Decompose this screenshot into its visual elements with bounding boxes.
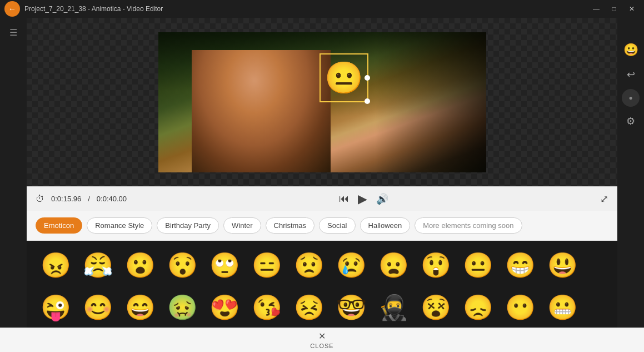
emoji-item[interactable]: 😣 (289, 287, 329, 328)
tab-birthday[interactable]: Birthday Party (157, 217, 219, 234)
emoji-item[interactable]: 😟 (289, 245, 329, 285)
woman-figure (192, 50, 331, 172)
emoji-item[interactable]: 😲 (416, 245, 456, 285)
menu-button[interactable]: ☰ (3, 22, 23, 42)
undo-icon: ↩ (627, 68, 635, 81)
emoji-selection-box: 😐 (319, 53, 368, 102)
time-icon: ⏱ (36, 194, 44, 204)
undo-button[interactable]: ↩ (621, 65, 641, 85)
skip-back-button[interactable]: ⏮ (339, 193, 349, 205)
emoji-item[interactable]: 😄 (120, 287, 160, 328)
emoji-item[interactable]: 🙄 (204, 245, 244, 285)
back-button[interactable]: ← (4, 1, 20, 17)
emoji-item[interactable]: 😜 (36, 287, 76, 328)
app-wrapper: ← Project_7_20_21_38 - Animotica - Video… (0, 0, 644, 352)
emoji-item[interactable]: 😑 (247, 245, 287, 285)
selected-emoji: 😐 (325, 62, 363, 93)
emoji-icon: 😀 (623, 43, 638, 57)
emoji-item[interactable]: 😁 (500, 245, 540, 285)
expand-button[interactable]: ⤢ (600, 193, 608, 205)
close-bar[interactable]: ✕ CLOSE (0, 328, 644, 352)
emoji-item[interactable]: 😠 (36, 245, 76, 285)
minimize-button[interactable]: — (588, 1, 604, 17)
main-section: ☰ (0, 18, 644, 352)
emoji-item[interactable]: 😯 (162, 245, 202, 285)
emoji-overlay[interactable]: 😐 (319, 53, 368, 102)
volume-button[interactable]: 🔊 (376, 193, 388, 205)
controls-bar: ⏱ 0:0:15.96 / 0:0:40.00 ⏮ ▶ 🔊 ⤢ (27, 186, 617, 211)
video-canvas: 😐 (27, 18, 617, 186)
emoji-item[interactable]: 😐 (458, 245, 498, 285)
emoji-item[interactable]: 😮 (120, 245, 160, 285)
right-panel: 😀 ↩ ● ⚙ (617, 18, 644, 352)
more-elements-button[interactable]: More elements coming soon (415, 217, 522, 234)
emoji-item[interactable]: 😤 (78, 245, 118, 285)
tab-emoticon[interactable]: Emoticon (36, 217, 82, 234)
emoji-item[interactable]: 🤢 (162, 287, 202, 328)
circle-icon: ● (628, 94, 632, 102)
emoji-panel-icon[interactable]: 😀 (621, 40, 641, 60)
emoji-item[interactable]: 😃 (542, 245, 582, 285)
resize-handle-r[interactable] (365, 75, 370, 81)
emoji-item[interactable]: 😶 (500, 287, 540, 328)
tab-winter[interactable]: Winter (223, 217, 261, 234)
title-bar-left: ← Project_7_20_21_38 - Animotica - Video… (4, 1, 163, 17)
time-separator: / (88, 195, 90, 203)
close-label: CLOSE (310, 343, 333, 349)
total-time: 0:0:40.00 (97, 195, 127, 203)
more-options-button[interactable]: ● (622, 89, 640, 107)
current-time: 0:0:15.96 (51, 195, 81, 203)
emoji-item[interactable]: 🥷 (373, 287, 413, 328)
tab-romance[interactable]: Romance Style (87, 217, 152, 234)
tab-social[interactable]: Social (319, 217, 355, 234)
resize-handle-br[interactable] (365, 98, 370, 104)
tab-halloween[interactable]: Halloween (360, 217, 411, 234)
video-frame: 😐 (158, 32, 486, 172)
emoji-item[interactable]: 😢 (331, 245, 371, 285)
window-controls: — □ ✕ (588, 1, 640, 17)
tab-christmas[interactable]: Christmas (266, 217, 315, 234)
category-tabs: Emoticon Romance Style Birthday Party Wi… (27, 211, 617, 241)
playback-controls: ⏮ ▶ 🔊 (133, 192, 593, 206)
menu-icon: ☰ (9, 27, 17, 38)
gear-icon: ⚙ (626, 115, 635, 127)
left-sidebar: ☰ (0, 18, 27, 352)
emoji-item[interactable]: 😞 (458, 287, 498, 328)
emoji-item[interactable]: 😊 (78, 287, 118, 328)
emoji-item[interactable]: 😘 (247, 287, 287, 328)
emoji-item[interactable]: 😬 (542, 287, 582, 328)
emoji-item[interactable]: 😦 (373, 245, 413, 285)
maximize-button[interactable]: □ (606, 1, 622, 17)
close-icon: ✕ (318, 331, 326, 341)
app-title: Project_7_20_21_38 - Animotica - Video E… (24, 5, 163, 13)
title-bar: ← Project_7_20_21_38 - Animotica - Video… (0, 0, 644, 18)
close-window-button[interactable]: ✕ (624, 1, 640, 17)
play-button[interactable]: ▶ (358, 192, 367, 206)
back-icon: ← (8, 4, 16, 13)
emoji-item[interactable]: 😍 (204, 287, 244, 328)
settings-button[interactable]: ⚙ (621, 111, 641, 131)
emoji-item[interactable]: 😵 (416, 287, 456, 328)
center-area: 😐 ⏱ 0:0:15.96 / 0:0:40.00 ⏮ ▶ 🔊 (27, 18, 617, 352)
emoji-item[interactable]: 🤓 (331, 287, 371, 328)
